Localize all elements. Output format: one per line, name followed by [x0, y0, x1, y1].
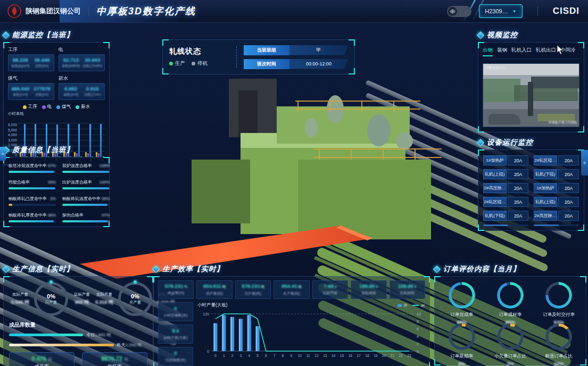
hourly-chart-title: 小时产量(大板)	[197, 302, 228, 309]
shift-team-pill: 当班班组 甲	[244, 45, 348, 55]
efficiency-unit: 吨	[297, 285, 301, 288]
gauge-percent: 0%	[47, 293, 55, 300]
quality-item: 板坯冷装温度命中率97%	[9, 163, 56, 173]
collapse-panel-tab-left[interactable]: «	[0, 147, 6, 161]
quality-label: 探伤合格率	[62, 212, 84, 218]
svg-text:11: 11	[307, 354, 310, 357]
gauge-marker-icon	[134, 280, 137, 284]
energy-group-name: 煤气	[8, 75, 54, 82]
stock-bar-text: 昨天1,293 吨	[117, 342, 142, 348]
energy-card: 68.226单耗(kgce/t)39.449总耗(tce)	[8, 54, 54, 71]
equipment-cell: 轧机(下辊)20A	[483, 211, 528, 221]
quality-item: 钢板终轧凸度命中率3%	[9, 196, 56, 206]
energy-metric: 6.652单耗(m³/t)	[61, 86, 81, 97]
video-tab-4[interactable]: 轧机出口	[536, 47, 556, 56]
order-gauge: 10%断面订单占比	[536, 323, 582, 360]
equipment-value: 20A	[508, 155, 528, 165]
energy-value: 0.915	[82, 86, 103, 91]
collapse-panel-tab-right[interactable]: »	[581, 150, 588, 176]
legend-item: 煤气	[56, 104, 71, 110]
mouse-cursor	[557, 45, 565, 55]
diamond-icon	[2, 265, 10, 273]
efficiency-label: 作业率(%)	[160, 290, 192, 296]
energy-group: 煤气486.040单耗(m³/t)277578总耗(m³)	[8, 75, 54, 100]
energy-value: 52.713	[61, 57, 81, 63]
video-overlay-bottom: 中厚板产线 1号相机	[549, 120, 577, 125]
quality-value: 3%	[50, 196, 56, 201]
y-tick-label: 3,000	[8, 139, 17, 143]
efficiency-value: 654.611 吨	[198, 283, 230, 289]
equipment-cell: 轧机(下辊)20A	[534, 169, 579, 179]
stock-bar-row: 今日1,801 吨	[9, 332, 147, 338]
quality-label: 板坯冷装温度命中率	[9, 163, 47, 169]
progress-track	[9, 220, 56, 222]
order-gauge-ring	[497, 323, 524, 350]
stock-bar-value: 1,293 吨	[126, 343, 142, 347]
visibility-toggle[interactable]	[447, 6, 471, 17]
energy-unit: 单耗(m³/t)	[61, 93, 81, 97]
svg-text:22: 22	[399, 354, 403, 357]
stock-bar-label: 今日	[86, 332, 95, 337]
target-output-label: 目标产量	[71, 292, 93, 297]
video-machine-shape	[488, 114, 520, 124]
quality-value: 100%	[100, 180, 110, 185]
stock-box-unit: 吨	[123, 357, 128, 361]
svg-text:14: 14	[332, 354, 336, 357]
line-legend-label: 4K	[420, 304, 425, 307]
svg-text:2: 2	[231, 354, 234, 357]
progress-fill	[9, 204, 12, 206]
panel-order-evaluation: 订单评价内容【当月】 98%订单完成率95%订单成材率53%订单及时交付率3%订…	[434, 264, 586, 365]
svg-text:20: 20	[382, 354, 386, 357]
panel-quality-info: 质量信息【当班】 板坯冷装温度命中率97%装炉温度合格率100%性能合格率99%…	[3, 145, 110, 227]
shift-time-label: 班次时间	[244, 59, 289, 69]
energy-group-name: 工序	[8, 46, 54, 53]
video-tab-1[interactable]: 出钢	[483, 47, 493, 56]
efficiency-card: 654.611 吨班产量(吨)	[196, 280, 232, 299]
quality-item: 探伤合格率97%	[62, 212, 110, 222]
efficiency-label: 台时产量(大板)	[160, 335, 192, 340]
company-name: 陕钢集团汉钢公司	[26, 6, 81, 16]
device-select[interactable]: H2309… ▼	[479, 4, 522, 18]
progress-track	[9, 204, 56, 206]
efficiency-card: 8.4台时产量(大板)	[158, 325, 193, 344]
energy-value: 30.603	[82, 57, 103, 63]
efficiency-label: 轧制周期	[391, 290, 424, 296]
equipment-cell: 2#轧区辊…20A	[534, 155, 579, 165]
stock-box: 8876.72 吨板坯库	[82, 352, 147, 366]
divider	[236, 46, 237, 68]
y-tick-label: 5,000	[8, 129, 17, 132]
stock-bar-fill	[9, 344, 114, 346]
order-gauge: 3%订单延期率	[439, 323, 484, 360]
efficiency-value: 0	[160, 350, 192, 356]
actual-output: 实际产量0.045 吨	[9, 292, 31, 306]
svg-text:17: 17	[357, 354, 361, 357]
efficiency-card: 579.231 %作业率(%)	[158, 280, 194, 299]
production-gauge-group: 实际产量0.045 吨0%日产量目标产量900 吨	[9, 282, 93, 316]
scrollbar-thumb[interactable]	[483, 224, 508, 226]
scrollbar-track	[483, 224, 528, 226]
video-tab-2[interactable]: 装钢	[497, 47, 507, 56]
equipment-value: 20A	[558, 197, 579, 207]
video-feed[interactable]: 出钢-轧机入口 中厚板产线 1号相机	[483, 63, 579, 127]
equipment-label: 轧机(上辊)	[534, 197, 557, 207]
scrollbar-thumb[interactable]	[534, 224, 559, 226]
actual-output-value: 0.045 吨	[9, 299, 31, 306]
quality-label: 性能合格率	[9, 179, 30, 185]
header-divider	[88, 6, 89, 16]
equipment-cell: 轧机(上辊)20A	[483, 169, 528, 179]
svg-text:120: 120	[203, 312, 209, 316]
equipment-scrollbars	[483, 224, 579, 226]
equipment-value: 20A	[508, 169, 528, 179]
chevron-down-icon: ▼	[512, 9, 517, 14]
svg-text:19: 19	[374, 354, 378, 357]
energy-value: 486.040	[10, 86, 31, 91]
efficiency-unit: %	[183, 285, 187, 288]
stock-bar-value: 1,801 吨	[95, 332, 111, 337]
status-legend-item: 停机	[192, 60, 208, 67]
equipment-cell: 2#高压除…20A	[483, 183, 528, 193]
equipment-label: 轧机(上辊)	[483, 169, 507, 179]
energy-card: 52.713单耗(kWh/t)30.603总耗(万kWh)	[59, 54, 105, 71]
panel-production-info: 生产信息【实时】 实际产量0.045 吨0%日产量目标产量900 吨实际产量0.…	[3, 264, 153, 366]
energy-card: 486.040单耗(m³/t)277578总耗(m³)	[8, 83, 54, 100]
video-tab-3[interactable]: 轧机入口	[511, 47, 532, 56]
